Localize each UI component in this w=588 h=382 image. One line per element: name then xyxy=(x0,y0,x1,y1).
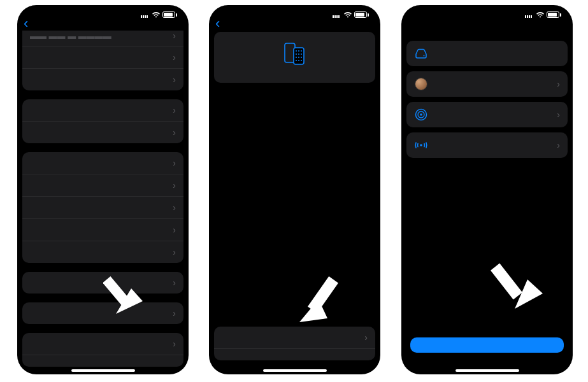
svg-rect-7 xyxy=(334,15,336,18)
row-dictionary[interactable]: › xyxy=(22,241,183,263)
wifi-icon xyxy=(536,11,545,18)
chevron-right-icon: › xyxy=(173,180,176,190)
status-bar xyxy=(17,5,189,20)
svg-point-17 xyxy=(301,53,302,55)
svg-rect-6 xyxy=(333,15,334,18)
chevron-right-icon: › xyxy=(173,339,176,349)
svg-rect-11 xyxy=(294,48,304,64)
chevron-right-icon: › xyxy=(173,127,176,138)
devices-icon xyxy=(281,42,309,66)
svg-point-20 xyxy=(301,57,302,58)
chevron-right-icon: › xyxy=(173,278,176,288)
svg-rect-9 xyxy=(338,15,340,18)
svg-rect-26 xyxy=(525,15,526,18)
item-apple-id[interactable]: › xyxy=(406,71,568,97)
svg-point-34 xyxy=(420,144,422,146)
wifi-icon xyxy=(343,11,352,18)
svg-point-23 xyxy=(301,60,302,61)
row-erase-all[interactable] xyxy=(214,349,375,360)
chevron-right-icon: › xyxy=(173,225,176,235)
chevron-right-icon: › xyxy=(173,308,176,318)
home-indicator[interactable] xyxy=(263,369,327,372)
hero xyxy=(401,20,573,41)
battery-icon xyxy=(354,11,369,18)
nav-bar xyxy=(17,20,189,31)
chevron-right-icon: › xyxy=(557,140,560,150)
svg-rect-28 xyxy=(529,15,530,18)
svg-rect-35 xyxy=(491,264,522,300)
row-picture-in-picture[interactable]: › xyxy=(22,46,183,69)
svg-point-14 xyxy=(301,50,302,52)
row-carplay[interactable]: › xyxy=(22,69,183,90)
row-vpn-device-management[interactable]: › xyxy=(22,272,183,294)
svg-point-30 xyxy=(424,55,425,57)
row-shut-down[interactable] xyxy=(22,355,183,367)
prepare-card xyxy=(214,32,375,83)
svg-rect-3 xyxy=(147,15,148,18)
svg-point-12 xyxy=(296,50,297,52)
cellular-icon xyxy=(333,11,341,18)
chevron-right-icon: › xyxy=(173,105,176,115)
chevron-right-icon: › xyxy=(173,74,176,85)
annotation-arrow xyxy=(491,257,554,323)
row-iphone-storage[interactable]: › xyxy=(22,99,183,122)
home-indicator[interactable] xyxy=(455,369,519,372)
avatar-icon xyxy=(414,77,428,91)
wifi-icon xyxy=(152,11,161,18)
svg-point-22 xyxy=(298,60,299,61)
battery-icon xyxy=(547,11,561,18)
svg-rect-8 xyxy=(336,15,338,18)
cellular-icon xyxy=(525,11,534,18)
drive-icon xyxy=(414,46,428,60)
svg-rect-1 xyxy=(143,15,144,18)
svg-rect-2 xyxy=(145,15,146,18)
status-icons xyxy=(333,11,369,18)
svg-point-19 xyxy=(298,57,299,58)
status-icons xyxy=(525,11,561,18)
home-indicator[interactable] xyxy=(71,369,135,372)
chevron-right-icon: › xyxy=(173,52,176,62)
svg-rect-29 xyxy=(531,15,532,18)
battery-icon xyxy=(162,11,177,18)
chevron-right-icon: › xyxy=(557,79,560,89)
svg-rect-0 xyxy=(141,15,142,18)
chevron-right-icon: › xyxy=(173,202,176,213)
status-bar xyxy=(401,5,573,20)
antenna-icon xyxy=(414,138,428,152)
row-partial[interactable]: ▬▬ ▬▬ ▬ ▬▬▬▬› xyxy=(22,31,183,46)
continue-button[interactable] xyxy=(410,337,564,353)
phone-transfer-reset: › xyxy=(209,5,380,374)
svg-rect-27 xyxy=(527,15,528,18)
row-transfer-or-reset[interactable]: › xyxy=(22,333,183,355)
svg-rect-24 xyxy=(308,276,338,313)
chevron-right-icon: › xyxy=(364,332,368,343)
settings-list: ▬▬ ▬▬ ▬ ▬▬▬▬› › › › › › › › › › › › › xyxy=(17,31,189,367)
row-reset[interactable]: › xyxy=(214,327,375,349)
row-background-app-refresh[interactable]: › xyxy=(22,122,183,143)
svg-point-33 xyxy=(420,113,422,116)
svg-marker-25 xyxy=(299,299,327,322)
chevron-right-icon: › xyxy=(557,110,560,120)
nav-bar xyxy=(209,20,380,31)
item-apps-data[interactable] xyxy=(406,41,568,66)
status-icons xyxy=(141,11,177,18)
cellular-icon xyxy=(141,11,150,18)
item-data-plan[interactable]: › xyxy=(406,132,568,158)
svg-point-21 xyxy=(296,60,297,61)
phone-erase-confirm: › › › xyxy=(401,5,573,374)
row-date-time[interactable]: › xyxy=(22,152,183,174)
svg-point-15 xyxy=(296,53,297,55)
row-language-region[interactable]: › xyxy=(22,219,183,241)
chevron-right-icon: › xyxy=(173,247,176,257)
item-find-my[interactable]: › xyxy=(406,102,568,127)
chevron-right-icon: › xyxy=(173,158,176,168)
phone-general-settings: ▬▬ ▬▬ ▬ ▬▬▬▬› › › › › › › › › › › › › xyxy=(17,5,189,374)
row-legal-regulatory[interactable]: › xyxy=(22,302,183,324)
svg-marker-36 xyxy=(515,279,543,309)
row-keyboard[interactable]: › xyxy=(22,174,183,197)
bottom-actions: › xyxy=(214,327,375,360)
row-fonts[interactable]: › xyxy=(22,197,183,219)
findmy-icon xyxy=(414,108,428,122)
svg-point-16 xyxy=(298,53,299,55)
svg-point-18 xyxy=(296,57,297,58)
